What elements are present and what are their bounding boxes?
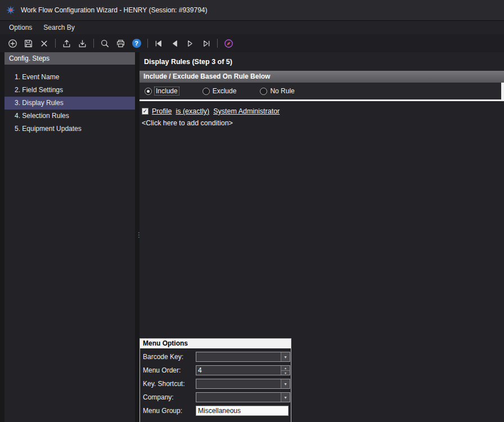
add-icon [8,39,17,48]
titlebar: Work Flow Configuration Wizard - HENRY (… [0,0,504,21]
chevron-down-icon[interactable]: ▾ [281,352,290,361]
barcode-key-row: Barcode Key: ▾ [143,352,289,362]
last-record-icon [201,39,211,48]
check-icon: ✓ [143,108,147,114]
barcode-key-combo[interactable]: ▾ [196,352,290,362]
sidebar-item-selection-rules[interactable]: 4. Selection Rules [4,110,135,122]
print-button[interactable] [114,37,128,50]
conditions-list: ✓ Profile is (exactly) System Administra… [140,101,504,127]
menu-order-value: 4 [196,366,281,375]
splitter[interactable]: ⋮ [135,52,140,422]
next-record-icon [186,39,195,48]
sidebar-item-equipment-updates[interactable]: 5. Equipment Updates [4,122,135,135]
menu-order-label: Menu Order: [143,366,196,374]
rule-radio-row: Include Exclude No Rule [140,83,504,99]
key-shortcut-row: Key. Shortcut: ▾ [143,379,289,389]
help-button[interactable]: ? [129,37,143,50]
page-title: Display Rules (Step 3 of 5) [144,58,504,66]
menu-options-group: Menu Options Barcode Key: ▾ Menu Order: … [140,338,291,422]
spin-down-icon[interactable]: ▾ [281,370,290,375]
toolbar-separator [147,39,148,48]
combo-value [196,379,281,388]
toolbar: ? [0,34,504,52]
radio-button-icon [202,88,210,95]
spinner-buttons: ▴ ▾ [281,366,290,375]
panel-scrollbar[interactable] [501,83,504,101]
print-icon [116,39,125,48]
toolbar-separator [217,39,218,48]
condition-checkbox[interactable]: ✓ [142,108,148,115]
main-panel: Display Rules (Step 3 of 5) Include / Ex… [140,52,504,422]
condition-field-link[interactable]: Profile [152,107,172,115]
company-combo[interactable]: ▾ [196,392,290,402]
radio-no-rule-label: No Rule [270,87,294,95]
search-button[interactable] [98,37,112,50]
chevron-down-icon[interactable]: ▾ [281,393,290,402]
export-button[interactable] [60,37,74,50]
import-icon [78,39,87,48]
radio-include[interactable]: Include [145,87,179,95]
barcode-key-label: Barcode Key: [143,353,196,361]
radio-button-icon [260,88,267,95]
menu-order-stepper[interactable]: 4 ▴ ▾ [196,365,290,375]
sidebar-item-field-settings[interactable]: 2. Field Settings [4,84,135,97]
sidebar-header: Config. Steps [4,52,135,65]
radio-no-rule[interactable]: No Rule [260,87,294,95]
spin-up-icon[interactable]: ▴ [281,366,290,370]
import-button[interactable] [75,37,89,50]
navigator-compass-icon [224,39,233,48]
navigator-button[interactable] [222,37,236,50]
app-icon [6,5,16,15]
radio-include-label: Include [155,87,179,95]
menu-search-by[interactable]: Search By [38,21,80,34]
sidebar-item-display-rules[interactable]: 3. Display Rules [4,97,135,110]
help-icon: ? [132,39,141,48]
help-glyph: ? [134,40,138,47]
menu-options-header: Menu Options [140,339,291,348]
add-condition-link[interactable]: <Click here to add condition> [142,119,504,127]
window-title: Work Flow Configuration Wizard - HENRY (… [21,6,207,14]
last-record-button[interactable] [199,37,213,50]
toolbar-separator [93,39,94,48]
condition-value-link[interactable]: System Administrator [213,107,280,115]
toolbar-separator [55,39,56,48]
first-record-icon [154,39,164,48]
first-record-button[interactable] [152,37,166,50]
menu-group-row: Menu Group: [143,406,289,416]
sidebar: Config. Steps 1. Event Name 2. Field Set… [4,52,135,422]
save-icon [24,39,33,48]
radio-button-icon [145,88,152,95]
save-button[interactable] [21,37,35,50]
next-record-button[interactable] [183,37,197,50]
chevron-down-icon[interactable]: ▾ [281,379,290,388]
previous-record-button[interactable] [168,37,182,50]
sidebar-item-event-name[interactable]: 1. Event Name [4,71,135,84]
condition-operator-link[interactable]: is (exactly) [176,107,209,115]
company-label: Company: [143,393,196,401]
add-button[interactable] [6,37,20,50]
window-body: Config. Steps 1. Event Name 2. Field Set… [0,52,504,422]
delete-icon [39,39,49,48]
app-window: Work Flow Configuration Wizard - HENRY (… [0,0,504,422]
menu-order-row: Menu Order: 4 ▴ ▾ [143,365,289,375]
menu-group-label: Menu Group: [143,407,196,415]
radio-exclude-label: Exclude [213,87,237,95]
previous-record-icon [170,39,179,48]
key-shortcut-combo[interactable]: ▾ [196,379,290,389]
menubar: Options Search By [0,21,504,34]
combo-value [196,393,281,402]
menu-options[interactable]: Options [3,21,38,34]
key-shortcut-label: Key. Shortcut: [143,380,196,388]
menu-group-input[interactable] [196,406,289,416]
rule-section-header: Include / Exclude Based On Rule Below [140,71,504,83]
company-row: Company: ▾ [143,392,289,402]
rule-panel: Include / Exclude Based On Rule Below In… [140,71,504,127]
search-icon [100,39,110,48]
condition-row: ✓ Profile is (exactly) System Administra… [142,106,504,116]
export-icon [62,39,71,48]
combo-value [196,352,281,361]
radio-exclude[interactable]: Exclude [202,87,237,95]
delete-button[interactable] [37,37,51,50]
